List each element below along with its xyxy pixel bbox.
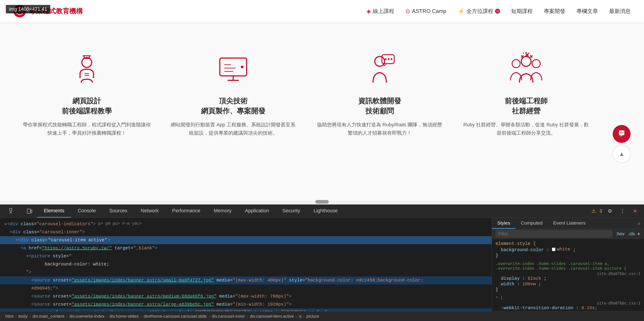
svg-point-12	[532, 60, 540, 68]
nav-columns[interactable]: 專欄文章	[576, 7, 598, 15]
bc-body[interactable]: body	[16, 314, 29, 319]
nav-online-courses[interactable]: ◈ 線上課程	[366, 7, 394, 15]
new-badge: N	[495, 9, 500, 14]
tab-console[interactable]: Console	[71, 204, 103, 218]
monitor-icon	[213, 49, 253, 89]
svg-point-5	[375, 56, 384, 66]
style-prop-webkit-transition[interactable]: -webkit-transition-duration : 0.15s;	[496, 305, 640, 311]
more-options-icon[interactable]: ⋮	[618, 207, 627, 216]
tree-line-selected[interactable]: ▾ <div class="carousel-item active">	[0, 236, 492, 244]
style-file-ref-1[interactable]: site-d0a07bbc.css:1	[496, 271, 640, 276]
svg-point-14	[523, 53, 524, 54]
devtools-resize-handle[interactable]	[315, 200, 329, 204]
feature-top-tech-desc: 網站開發到行動裝置 App 工程服務、系統設計開發甚至系統架設，提供專業的建議與…	[169, 121, 298, 137]
svg-point-7	[385, 58, 386, 60]
tab-network[interactable]: Network	[134, 204, 166, 218]
tab-lighthouse[interactable]: Lighthouse	[307, 204, 344, 218]
tab-computed[interactable]: Computed	[516, 218, 548, 229]
nav-columns-label: 專欄文章	[576, 7, 598, 15]
tab-security[interactable]: Security	[276, 204, 307, 218]
circle-icon: ⊙	[406, 8, 410, 15]
styles-panel: Styles Computed Event Listeners » :hov	[492, 218, 644, 311]
bc-carousel[interactable]: div#home-carousel.carousel.slide	[142, 314, 209, 319]
style-close-brace-2: }	[496, 287, 640, 292]
style-rule-element: element.style {	[496, 241, 640, 246]
nav-full-courses[interactable]: ⚡ 全方位課程 N	[458, 7, 500, 15]
nav-items: ◈ 線上課程 ⊙ ASTRO Camp ⚡ 全方位課程 N 短期課程 專案開發	[366, 7, 630, 15]
svg-point-9	[391, 58, 392, 60]
devtools-tabs: Elements Console Sources Network Perform…	[0, 204, 644, 218]
feature-web-design[interactable]: 網頁設計 前後端課程教學 帶你掌握程式技能轉職工程師，程式課程從入門到進階讓你快…	[14, 40, 160, 187]
tab-performance[interactable]: Performance	[166, 204, 207, 218]
tree-line[interactable]: <div class="carousel-inner">	[0, 228, 492, 236]
devtools-device-icon[interactable]	[22, 204, 37, 218]
style-prop-bg[interactable]: background-color : white ;	[496, 247, 640, 252]
style-prop-width[interactable]: width : 100vw ;	[496, 282, 640, 287]
pseudo-hover-toggle[interactable]: :hov	[616, 231, 624, 236]
tree-line[interactable]: background-color: white;	[0, 260, 492, 268]
feature-top-tech[interactable]: 頂尖技術 網頁製作、專案開發 網站開發到行動裝置 App 工程服務、系統設計開發…	[160, 40, 306, 187]
feature-software-dev-title: 資訊軟體開發 技術顧問	[358, 96, 401, 116]
tree-line-img[interactable]: <img src="assets/images/index/banner_ast…	[0, 309, 492, 311]
html-tree-panel[interactable]: ▸<div class="carousel-indicators"> p> p0…	[0, 218, 492, 311]
feature-community-title: 前後端工程師 社群經營	[505, 96, 548, 116]
nav-project-dev[interactable]: 專案開發	[544, 7, 565, 15]
tab-application[interactable]: Application	[238, 204, 276, 218]
svg-point-11	[521, 56, 531, 66]
tree-line[interactable]: <source srcset="assets/images/index/bann…	[0, 293, 492, 301]
consultant-icon	[360, 49, 400, 89]
graduate-icon	[67, 49, 107, 89]
nav-astro-camp-label: ASTRO Camp	[412, 8, 446, 14]
feature-web-design-title: 網頁設計 前後端課程教學	[62, 96, 112, 116]
feature-software-dev[interactable]: 資訊軟體開發 技術顧問 協助您將現有人力快速打造為 Ruby/Rails 團隊，…	[306, 40, 453, 187]
chat-button[interactable]	[613, 125, 630, 143]
bc-html[interactable]: html	[4, 314, 15, 319]
close-devtools-icon[interactable]: ✕	[630, 207, 640, 216]
devtools-toolbar-icons: ⚠ 3 ⚙ ⋮ ✕	[592, 207, 642, 216]
settings-icon[interactable]: ⚙	[606, 207, 614, 216]
color-swatch-white[interactable]	[552, 248, 556, 251]
tree-line[interactable]: <a href="https://astro.5xruby.tw/" targe…	[0, 244, 492, 252]
features-grid: 網頁設計 前後端課程教學 帶你掌握程式技能轉職工程師，程式課程從入門到進階讓你快…	[0, 22, 613, 201]
devtools-inspect-icon[interactable]	[2, 204, 22, 218]
add-style-rule[interactable]: +	[637, 230, 640, 237]
tab-styles[interactable]: Styles	[492, 218, 516, 229]
cls-toggle[interactable]: .cls	[628, 231, 635, 236]
svg-point-17	[621, 132, 622, 133]
feature-community[interactable]: 前後端工程師 社群經營 Ruby 社群經營、舉辦各類活動，促進 Ruby 社群發…	[453, 40, 599, 187]
tab-memory[interactable]: Memory	[207, 204, 238, 218]
svg-point-13	[526, 52, 527, 53]
svg-rect-21	[31, 210, 32, 213]
svg-point-18	[622, 132, 623, 133]
tree-line[interactable]: ">	[0, 268, 492, 276]
styles-content[interactable]: element.style { background-color : white…	[492, 239, 644, 311]
tree-line-source[interactable]: <source srcset="assets/images/index/bann…	[0, 276, 492, 284]
bc-main-content[interactable]: div.main_content	[31, 314, 66, 319]
bc-home-slides[interactable]: div.home-slides	[108, 314, 141, 319]
website-area: 專業程式教育機構 ◈ 線上課程 ⊙ ASTRO Camp ⚡ 全方位課程 N 短…	[0, 0, 644, 201]
scroll-top-button[interactable]: ▲	[613, 145, 630, 163]
style-prop-display[interactable]: display : block ;	[496, 276, 640, 281]
nav-short-courses[interactable]: 短期課程	[511, 7, 533, 15]
bc-a[interactable]: a	[297, 314, 303, 319]
tree-line[interactable]: ▸<div class="carousel-indicators"> p> p0…	[0, 220, 492, 228]
tab-event-listeners[interactable]: Event Listeners	[548, 218, 591, 229]
tree-line[interactable]: ▾ <picture style="	[0, 252, 492, 260]
style-close-brace: }	[496, 253, 640, 258]
tab-sources[interactable]: Sources	[102, 204, 134, 218]
bc-carousel-item[interactable]: div.carousel-item.active	[248, 314, 296, 319]
styles-filter-input[interactable]	[496, 230, 612, 238]
styles-panel-tabs: Styles Computed Event Listeners »	[492, 218, 644, 229]
tree-line[interactable]: #d90945;">	[0, 284, 492, 293]
tab-elements[interactable]: Elements	[37, 204, 71, 218]
warning-badge: ⚠	[592, 208, 596, 214]
styles-more-tabs[interactable]: »	[634, 218, 644, 229]
warning-count: 3	[600, 208, 602, 214]
nav-news[interactable]: 最新消息	[609, 7, 630, 15]
style-file-ref-2[interactable]: site-d0a07bbc.css:1	[496, 301, 640, 305]
bc-carousel-inner[interactable]: div.carousel-inner	[210, 314, 247, 319]
tree-line[interactable]: <source srcset="assets/images/index/bann…	[0, 301, 492, 309]
bc-picture[interactable]: picture	[304, 314, 321, 319]
bc-overwrite[interactable]: div.overwrite-index	[68, 314, 106, 319]
nav-astro-camp[interactable]: ⊙ ASTRO Camp	[406, 8, 446, 15]
